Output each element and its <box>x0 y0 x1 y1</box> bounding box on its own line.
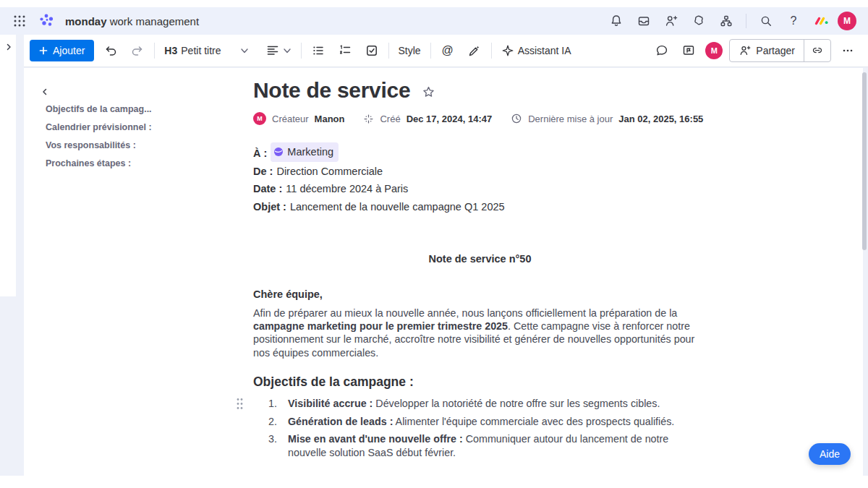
numbered-list-button[interactable] <box>335 40 355 61</box>
mention-button[interactable]: @ <box>438 40 458 61</box>
redo-button[interactable] <box>127 40 148 61</box>
collapse-outline-button[interactable] <box>38 85 51 98</box>
toolbar-divider <box>491 43 492 59</box>
notifications-button[interactable] <box>605 10 627 32</box>
outline-item-etapes[interactable]: Prochaines étapes : <box>46 158 154 168</box>
undo-icon <box>103 44 118 57</box>
at-sign-icon: @ <box>442 44 454 57</box>
blob-apps-icon <box>692 14 706 28</box>
created-sparkle-icon <box>363 114 374 124</box>
share-button[interactable]: Partager <box>730 40 804 61</box>
redo-icon <box>130 44 145 57</box>
doc-title[interactable]: Note de service <box>253 78 410 103</box>
field-subject-label: Objet : <box>253 201 286 213</box>
created-value: Dec 17, 2024, 14:47 <box>407 114 493 124</box>
salutation[interactable]: Chère équipe, <box>253 288 323 300</box>
section-heading-objectifs[interactable]: Objectifs de la campagne : <box>253 374 414 390</box>
marketing-team-chip[interactable]: Marketing <box>271 142 339 162</box>
memo-number-line[interactable]: Note de service n°50 <box>253 253 707 265</box>
creator-name: Manon <box>315 114 345 124</box>
doc-outline: Objectifs de la campag... Calendrier pré… <box>46 104 154 168</box>
ai-assistant-button[interactable]: Assistant IA <box>498 40 574 61</box>
list-item-number: 1. <box>268 397 283 410</box>
search-button[interactable] <box>755 10 777 32</box>
heading-name-label: Petit titre <box>181 45 221 56</box>
doc-toolbar: Ajouter H3 Petit titre <box>24 35 868 67</box>
toolbar-divider <box>430 43 431 59</box>
undo-button[interactable] <box>101 40 121 61</box>
ai-edit-button[interactable] <box>464 40 485 61</box>
outline-item-objectifs[interactable]: Objectifs de la campag... <box>46 104 154 114</box>
block-drag-handle-icon[interactable] <box>236 398 244 413</box>
list-item: 3. Mise en avant d'une nouvelle offre : … <box>268 432 707 459</box>
question-mark-icon: ? <box>791 14 797 27</box>
field-to-value: Marketing <box>287 143 333 161</box>
help-floating-button[interactable]: Aide <box>809 443 851 465</box>
scrollbar-thumb[interactable] <box>862 72 867 250</box>
doc-meta-row: M Créateur Manon Créé Dec 17, 2024, 14:4… <box>253 112 703 125</box>
field-subject: Objet :Lancement de la nouvelle campagne… <box>253 198 505 216</box>
field-subject-value: Lancement de la nouvelle campagne Q1 202… <box>290 201 505 213</box>
checkbox-icon <box>365 44 378 57</box>
present-mode-button[interactable] <box>678 40 699 61</box>
sparkle-icon <box>501 44 514 57</box>
chevron-right-icon <box>5 43 12 51</box>
product-switcher-button[interactable] <box>715 10 737 32</box>
created-label: Créé <box>380 114 400 124</box>
help-button-topbar[interactable]: ? <box>783 10 804 32</box>
field-from: De :Direction Commerciale <box>253 163 505 181</box>
favorite-star-icon[interactable] <box>422 85 435 99</box>
paragraph-before: Afin de préparer au mieux la nouvelle an… <box>253 307 677 319</box>
product-title-rest: work management <box>107 15 200 27</box>
monday-home-button[interactable] <box>810 10 832 32</box>
copy-link-button[interactable] <box>804 40 830 61</box>
work-management-logo-icon <box>38 13 55 29</box>
team-icon <box>273 147 284 157</box>
updated-label: Dernière mise à jour <box>528 114 613 124</box>
product-title-bold: monday <box>65 15 107 27</box>
updated-value: Jan 02, 2025, 16:55 <box>618 114 703 124</box>
bullet-list-button[interactable] <box>308 40 328 61</box>
person-plus-icon <box>739 44 752 57</box>
link-icon <box>811 44 824 57</box>
text-align-dropdown[interactable] <box>263 40 294 61</box>
list-item-text: Alimenter l'équipe commerciale avec des … <box>393 416 674 427</box>
bullet-list-icon <box>312 44 325 57</box>
comments-button[interactable] <box>652 40 672 61</box>
share-group: Partager <box>729 39 831 62</box>
expand-sidebar-button[interactable] <box>2 40 14 53</box>
search-icon <box>759 14 773 28</box>
add-block-button[interactable]: Ajouter <box>30 40 94 61</box>
checklist-button[interactable] <box>362 40 382 61</box>
invite-members-button[interactable] <box>660 10 682 32</box>
collapsed-left-pane <box>0 35 16 296</box>
list-item-number: 2. <box>268 415 283 428</box>
numbered-list-icon <box>339 44 352 57</box>
outline-item-responsabilites[interactable]: Vos responsabilités : <box>46 140 154 150</box>
field-date-label: Date : <box>253 183 282 194</box>
pencil-sparkle-icon <box>467 44 481 58</box>
objectives-list[interactable]: 1. Visibilité accrue : Développer la not… <box>268 397 707 464</box>
apps-marketplace-button[interactable] <box>688 10 710 32</box>
doc-fields[interactable]: À :Marketing De :Direction Commerciale D… <box>253 142 505 216</box>
list-item-bold: Mise en avant d'une nouvelle offre : <box>288 433 463 445</box>
grid-dots-icon <box>13 14 26 27</box>
collaborator-avatar[interactable]: M <box>705 42 723 59</box>
field-date: Date :11 décembre 2024 à Paris <box>253 180 505 198</box>
field-from-value: Direction Commerciale <box>276 166 383 177</box>
heading-style-dropdown[interactable]: H3 Petit titre <box>161 40 256 61</box>
paragraph-bold: campagne marketing pour le premier trime… <box>253 320 508 332</box>
list-item: 2. Génération de leads : Alimenter l'équ… <box>268 415 707 428</box>
inbox-icon <box>637 14 651 28</box>
user-avatar[interactable]: M <box>838 12 856 30</box>
present-flag-icon <box>681 43 696 58</box>
intro-paragraph[interactable]: Afin de préparer au mieux la nouvelle an… <box>253 307 708 359</box>
outline-item-calendrier[interactable]: Calendrier prévisionnel : <box>46 122 154 132</box>
more-options-button[interactable] <box>838 40 858 61</box>
product-title: monday work management <box>65 15 199 27</box>
monday-mark-icon <box>813 15 829 27</box>
style-button[interactable]: Style <box>396 40 424 61</box>
inbox-button[interactable] <box>633 10 655 32</box>
app-grid-icon[interactable] <box>9 10 30 32</box>
chevron-down-icon <box>283 47 292 54</box>
